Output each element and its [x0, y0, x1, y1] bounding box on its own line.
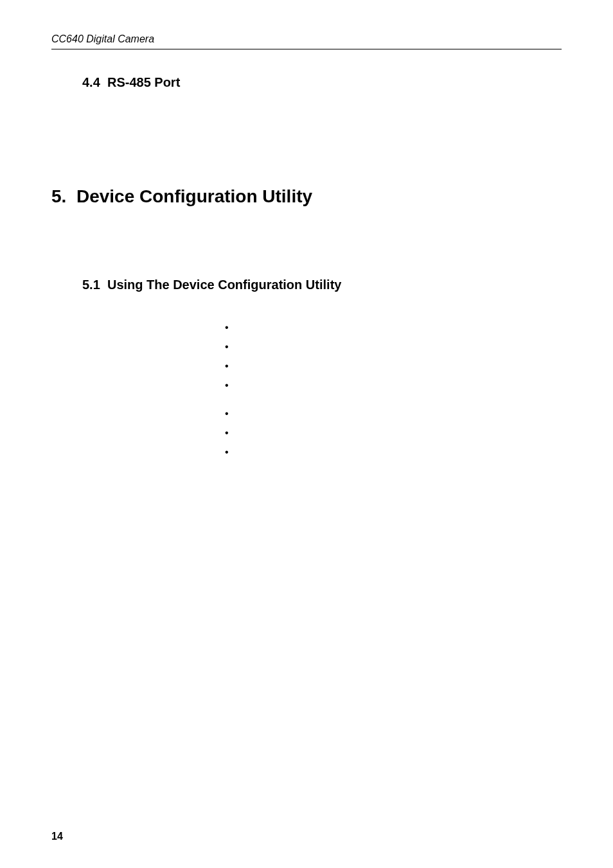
header-rule [51, 49, 562, 49]
heading-title: RS-485 Port [107, 75, 180, 89]
heading-5-1: 5.1 Using The Device Configuration Utili… [82, 278, 562, 292]
list-item [225, 423, 562, 443]
heading-number: 4.4 [82, 75, 100, 89]
page-number: 14 [51, 831, 63, 842]
heading-5: 5. Device Configuration Utility [51, 186, 562, 207]
page: CC640 Digital Camera 4.4 RS-485 Port 5. … [0, 0, 613, 868]
list-item [225, 318, 562, 337]
heading-number: 5. [51, 186, 66, 206]
list-item [225, 404, 562, 423]
list-item [225, 357, 562, 376]
running-head: CC640 Digital Camera [51, 33, 562, 45]
heading-title: Device Configuration Utility [76, 186, 312, 206]
heading-4-4: 4.4 RS-485 Port [82, 75, 562, 90]
list-item [225, 337, 562, 357]
heading-number: 5.1 [82, 278, 100, 292]
list-item [225, 376, 562, 395]
heading-title: Using The Device Configuration Utility [107, 278, 341, 292]
bullet-list [225, 318, 562, 462]
list-item [225, 443, 562, 462]
